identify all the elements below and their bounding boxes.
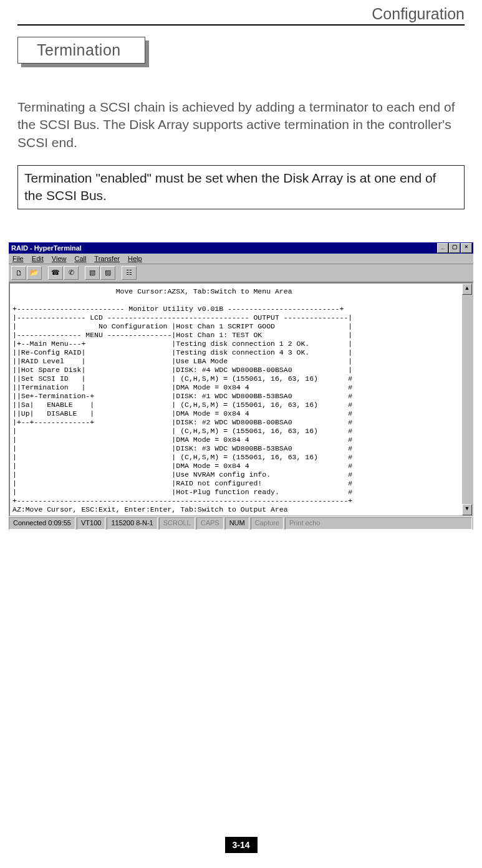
toolbar: 🗋 📂 ☎ ✆ ▧ ▨ ☷ bbox=[9, 264, 473, 282]
page-header: Configuration bbox=[17, 0, 465, 24]
send-icon[interactable]: ▧ bbox=[85, 266, 100, 280]
close-button[interactable]: × bbox=[461, 243, 472, 253]
page-number: 3-14 bbox=[224, 837, 257, 853]
disconnect-icon[interactable]: ✆ bbox=[64, 266, 79, 280]
new-icon[interactable]: 🗋 bbox=[11, 266, 26, 280]
minimize-button[interactable]: _ bbox=[437, 243, 448, 253]
terminal-output: Move Cursor:AZSX, Tab:Switch to Menu Are… bbox=[10, 284, 461, 515]
status-emulation: VT100 bbox=[77, 517, 105, 530]
status-connect: Connected 0:09:55 bbox=[9, 517, 75, 530]
menu-edit[interactable]: Edit bbox=[32, 255, 44, 262]
status-capture: Capture bbox=[251, 517, 284, 530]
menu-call[interactable]: Call bbox=[75, 255, 87, 262]
header-rule bbox=[17, 24, 465, 26]
menu-view[interactable]: View bbox=[52, 255, 67, 262]
menu-file[interactable]: File bbox=[12, 255, 24, 262]
status-print: Print echo bbox=[285, 517, 472, 530]
section-title-box: Termination bbox=[17, 37, 145, 64]
window-title: RAID - HyperTerminal bbox=[11, 242, 82, 254]
connect-icon[interactable]: ☎ bbox=[48, 266, 63, 280]
status-num: NUM bbox=[225, 517, 249, 530]
scroll-up-icon[interactable]: ▲ bbox=[462, 284, 472, 295]
window-titlebar: RAID - HyperTerminal _ ▢ × bbox=[9, 242, 473, 254]
hyperterminal-window: RAID - HyperTerminal _ ▢ × File Edit Vie… bbox=[9, 242, 473, 530]
vertical-scrollbar[interactable]: ▲ ▼ bbox=[461, 284, 472, 515]
status-bar: Connected 0:09:55 VT100 115200 8-N-1 SCR… bbox=[9, 517, 473, 530]
properties-icon[interactable]: ☷ bbox=[122, 266, 137, 280]
status-caps: CAPS bbox=[196, 517, 224, 530]
menu-help[interactable]: Help bbox=[128, 255, 142, 262]
body-paragraph: Terminating a SCSI chain is achieved by … bbox=[0, 64, 482, 151]
terminal-area: Move Cursor:AZSX, Tab:Switch to Menu Are… bbox=[9, 282, 473, 517]
receive-icon[interactable]: ▨ bbox=[100, 266, 115, 280]
note-box: Termination "enabled" must be set when t… bbox=[17, 165, 465, 209]
status-scroll: SCROLL bbox=[159, 517, 195, 530]
status-settings: 115200 8-N-1 bbox=[107, 517, 157, 530]
menu-transfer[interactable]: Transfer bbox=[94, 255, 120, 262]
menu-bar: File Edit View Call Transfer Help bbox=[9, 254, 473, 264]
open-icon[interactable]: 📂 bbox=[27, 266, 42, 280]
maximize-button[interactable]: ▢ bbox=[449, 243, 460, 253]
section-title: Termination bbox=[17, 37, 145, 64]
scroll-down-icon[interactable]: ▼ bbox=[462, 504, 472, 515]
